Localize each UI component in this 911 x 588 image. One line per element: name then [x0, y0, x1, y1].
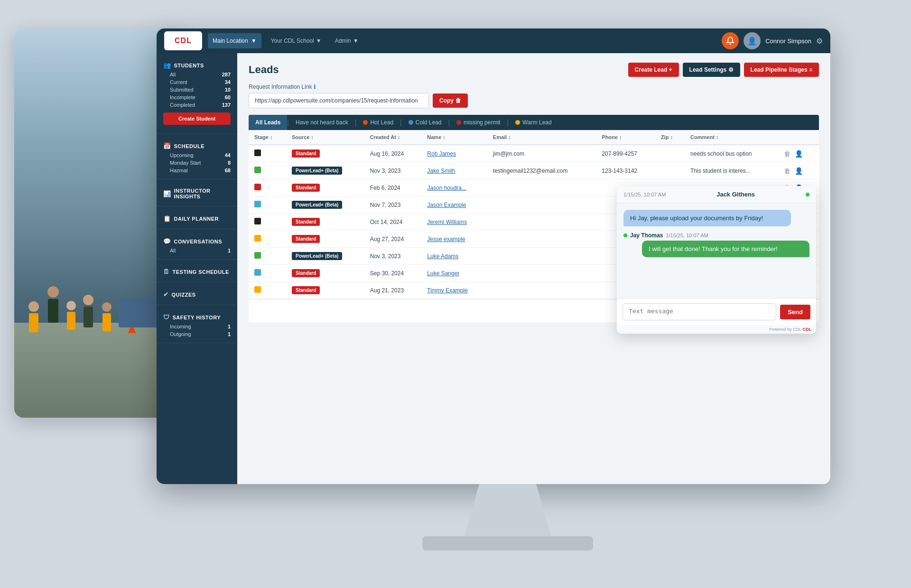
lead-name-link[interactable]: Rob James — [427, 150, 456, 157]
lead-name-link[interactable]: Timmy Example — [427, 287, 468, 294]
user-icon[interactable]: 👤 — [795, 150, 803, 158]
lead-name-link[interactable]: Jake Smith — [427, 168, 455, 174]
chat-sender-name: Jay Thomas — [630, 232, 663, 239]
cell-source: PowerLead+ (Beta) — [286, 196, 364, 214]
chat-send-button[interactable]: Send — [780, 305, 810, 319]
sidebar-row-submitted[interactable]: Submitted 10 — [157, 86, 237, 93]
sidebar-schedule-header[interactable]: 📅 SCHEDULE — [157, 139, 237, 151]
col-source[interactable]: Source ↕ — [286, 130, 364, 145]
create-student-button[interactable]: Create Student — [163, 112, 231, 125]
notification-button[interactable] — [722, 32, 739, 49]
sidebar-section-conversations: 💬 CONVERSATIONS All 1 — [157, 229, 237, 260]
sidebar-instructor-header[interactable]: 📊 INSTRUCTOR INSIGHTS — [157, 184, 237, 201]
delete-icon[interactable]: 🗑 — [784, 167, 790, 175]
col-comment[interactable]: Comment ↕ — [685, 130, 777, 145]
warm-lead-dot — [515, 120, 520, 125]
planner-icon: 📋 — [163, 215, 171, 222]
leads-action-buttons: Create Lead + Lead Settings ⚙ Lead Pipel… — [628, 63, 819, 77]
cell-name[interactable]: Timmy Example — [421, 282, 487, 299]
cell-name[interactable]: Jake Smith — [421, 162, 487, 179]
main-content: Leads Create Lead + Lead Settings ⚙ Lead… — [237, 53, 830, 484]
students-icon: 👥 — [163, 62, 171, 69]
col-zip[interactable]: Zip ↕ — [655, 130, 685, 145]
avatar[interactable]: 👤 — [744, 32, 761, 49]
chat-sender-time: 1/15/25, 10:07 AM — [666, 233, 708, 238]
sidebar-row-outgoing[interactable]: Outgoing 1 — [157, 330, 237, 338]
cell-email — [487, 214, 596, 231]
chat-message-outgoing: Hi Jay, please upload your documents by … — [623, 210, 791, 226]
sidebar-safety-header[interactable]: 🛡 SAFETY HISTORY — [157, 310, 237, 323]
source-badge: Standard — [292, 286, 320, 294]
cell-comment: needs school bus option — [685, 145, 777, 162]
sidebar-row-incomplete[interactable]: Incomplete 60 — [157, 93, 237, 101]
sidebar-students-header[interactable]: 👥 STUDENTS — [157, 58, 237, 71]
stage-dot — [254, 269, 261, 276]
chat-sender-row: Jay Thomas 1/15/25, 10:07 AM — [623, 232, 809, 239]
location-dropdown[interactable]: Main Location ▼ — [208, 33, 261, 48]
sidebar-testing-header[interactable]: 🗓 TESTING SCHEDULE — [157, 264, 237, 277]
sidebar-row-upcoming[interactable]: Upcoming 44 — [157, 151, 237, 159]
tab-warm-lead[interactable]: Warm Lead — [509, 115, 558, 130]
stage-dot — [254, 252, 261, 259]
tab-missing-permit[interactable]: missing permit — [450, 115, 507, 130]
tab-all-leads[interactable]: All Leads — [249, 115, 287, 130]
cell-created: Nov 3, 2023 — [364, 248, 422, 265]
schedule-icon: 📅 — [163, 142, 171, 149]
settings-icon[interactable]: ⚙ — [816, 37, 823, 46]
lead-name-link[interactable]: Luke Sanger — [427, 270, 459, 277]
tab-have-not-heard[interactable]: Have not heard back — [289, 115, 355, 130]
col-email[interactable]: Email ↕ — [487, 130, 596, 145]
lead-name-link[interactable]: Jeremi Williams — [427, 219, 467, 225]
tab-hot-lead[interactable]: Hot Lead — [356, 115, 400, 130]
cell-created: Feb 6, 2024 — [364, 179, 422, 196]
request-url-input[interactable] — [249, 93, 429, 108]
delete-icon[interactable]: 🗑 — [784, 150, 790, 158]
cell-stage — [249, 231, 286, 248]
cell-name[interactable]: Rob James — [421, 145, 487, 162]
info-icon: ℹ — [314, 84, 316, 90]
copy-button[interactable]: Copy 🗑 — [433, 93, 468, 108]
lead-name-link[interactable]: Jesse example — [427, 236, 465, 243]
user-icon[interactable]: 👤 — [795, 167, 803, 175]
cell-name[interactable]: Jeremi Williams — [421, 214, 487, 231]
col-stage[interactable]: Stage ↕ — [249, 130, 286, 145]
monitor-screen: CDL Main Location ▼ Your CDL School ▼ Ad… — [157, 28, 830, 484]
tab-cold-lead[interactable]: Cold Lead — [402, 115, 448, 130]
lead-name-link[interactable]: Jason Example — [427, 202, 466, 208]
cell-name[interactable]: Jesse example — [421, 231, 487, 248]
create-lead-button[interactable]: Create Lead + — [628, 63, 679, 77]
cell-name[interactable]: Jason houdra... — [421, 179, 487, 196]
cell-email: testingemail1232@email.com — [487, 162, 596, 179]
sidebar-row-incoming[interactable]: Incoming 1 — [157, 323, 237, 330]
sidebar-row-completed[interactable]: Completed 137 — [157, 101, 237, 109]
conversations-icon: 💬 — [163, 238, 171, 245]
sidebar-row-current[interactable]: Current 34 — [157, 78, 237, 86]
lead-settings-button[interactable]: Lead Settings ⚙ — [683, 63, 740, 77]
sidebar-row-conversations-all[interactable]: All 1 — [157, 247, 237, 254]
sidebar-row-monday-start[interactable]: Monday Start 8 — [157, 159, 237, 167]
cell-stage — [249, 145, 286, 162]
sidebar-quizzes-header[interactable]: ✔ QUIZZES — [157, 287, 237, 300]
sidebar-planner-header[interactable]: 📋 DAILY PLANNER — [157, 211, 237, 224]
request-info-label: Request Information Link ℹ — [249, 84, 819, 90]
col-name[interactable]: Name ↕ — [421, 130, 487, 145]
lead-name-link[interactable]: Jason houdra... — [427, 185, 466, 191]
col-actions — [777, 130, 819, 145]
cell-name[interactable]: Jason Example — [421, 196, 487, 214]
chat-text-input[interactable] — [623, 303, 776, 320]
cell-name[interactable]: Luke Sanger — [421, 265, 487, 282]
cell-source: PowerLead+ (Beta) — [286, 162, 364, 179]
sidebar-row-all[interactable]: All 287 — [157, 71, 237, 78]
col-created[interactable]: Created At ↕ — [364, 130, 422, 145]
cell-name[interactable]: Luke Adams — [421, 248, 487, 265]
sidebar-row-hazmat[interactable]: Hazmat 68 — [157, 167, 237, 174]
lead-pipeline-button[interactable]: Lead Pipeline Stages ≡ — [744, 63, 819, 77]
admin-link[interactable]: Admin ▼ — [331, 37, 363, 44]
col-phone[interactable]: Phone ↕ — [596, 130, 655, 145]
cell-source: Standard — [286, 145, 364, 162]
school-link[interactable]: Your CDL School ▼ — [267, 37, 325, 44]
lead-name-link[interactable]: Luke Adams — [427, 253, 458, 260]
source-badge: PowerLead+ (Beta) — [292, 252, 342, 260]
sidebar-conversations-header[interactable]: 💬 CONVERSATIONS — [157, 234, 237, 247]
cell-email — [487, 179, 596, 196]
